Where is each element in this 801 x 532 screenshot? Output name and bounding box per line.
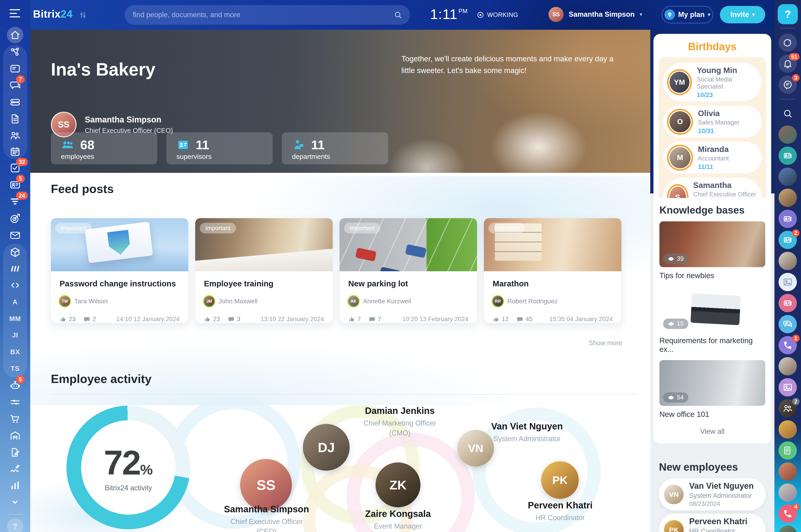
current-user-menu[interactable]: SS Samantha Simpson ▾ bbox=[548, 7, 642, 22]
birthday-item[interactable]: MMirandaAccountant11/11 bbox=[663, 142, 762, 173]
sidebar-item-sales-funnel[interactable]: 24 bbox=[7, 193, 23, 210]
knowledge-base-item[interactable]: 54New office 101 bbox=[659, 360, 765, 419]
comments-count[interactable]: 3 bbox=[228, 316, 240, 323]
call-chat[interactable]: 4 bbox=[779, 505, 797, 523]
chat-avatar[interactable] bbox=[779, 126, 797, 144]
stat-employees[interactable]: 68 employees bbox=[51, 132, 157, 164]
notifications-button[interactable]: 51 bbox=[779, 55, 797, 73]
avatar[interactable]: SS bbox=[240, 459, 292, 511]
likes-count[interactable]: 7 bbox=[348, 316, 361, 323]
sidebar-item-collapse-menu[interactable] bbox=[7, 494, 23, 510]
sidebar-item-e-signature[interactable] bbox=[7, 461, 23, 477]
feed-post-author[interactable]: Robert Rodriguez bbox=[507, 298, 558, 305]
search-icon[interactable] bbox=[394, 11, 402, 19]
feed-post-author[interactable]: John Maxwell bbox=[219, 298, 257, 305]
sidebar-item-webmail[interactable] bbox=[7, 227, 23, 244]
feed-post-author[interactable]: Annette Kurzweil bbox=[363, 298, 411, 305]
group-chat[interactable] bbox=[779, 315, 797, 333]
chat-avatar[interactable] bbox=[779, 189, 797, 207]
chat-avatar[interactable] bbox=[779, 420, 797, 439]
sidebar-item-warehouse[interactable] bbox=[7, 428, 23, 444]
comments-count[interactable]: 7 bbox=[369, 316, 381, 323]
avatar[interactable]: ZK bbox=[376, 462, 420, 507]
chat-history-button[interactable]: 3 bbox=[779, 76, 797, 94]
contact-card-chat[interactable] bbox=[779, 210, 797, 228]
show-more-link[interactable]: Show more bbox=[588, 339, 622, 347]
sidebar-item-calendar[interactable] bbox=[7, 143, 23, 160]
copilot-button[interactable] bbox=[779, 34, 797, 52]
feed-post-card[interactable]: ImportantPassword change instructionsTWT… bbox=[51, 218, 188, 323]
feed-post-card[interactable]: ImportantEmployee trainingJMJohn Maxwell… bbox=[195, 218, 333, 323]
activity-person[interactable]: Zaire Kongsala Event Manager bbox=[341, 509, 455, 531]
comments-count[interactable]: 45 bbox=[516, 316, 532, 323]
sidebar-item-marketing[interactable] bbox=[7, 210, 23, 227]
new-employee-item[interactable]: PKPerveen KhatriHR Coordinator07/09/2024 bbox=[659, 514, 766, 532]
tune-icon[interactable] bbox=[79, 11, 87, 19]
contact-card-chat[interactable] bbox=[779, 147, 797, 165]
document-chat[interactable] bbox=[779, 441, 797, 460]
invite-button[interactable]: Invite▾ bbox=[720, 6, 765, 23]
knowledge-base-item[interactable]: 15Requirements for marketing ex... bbox=[659, 286, 765, 354]
my-plan-button[interactable]: My plan▾ bbox=[662, 6, 713, 23]
sidebar-item-drive[interactable] bbox=[7, 94, 23, 110]
clock[interactable]: 1:11PM bbox=[430, 6, 468, 22]
chat-avatar[interactable] bbox=[779, 462, 797, 481]
activity-person[interactable]: Samantha Simpson Chief Executive Officer… bbox=[209, 504, 324, 532]
birthday-item[interactable]: OOliviaSales Manager10/31 bbox=[663, 106, 762, 137]
new-employee-item[interactable]: VNVan Viet NguyenSystem Administrator08/… bbox=[659, 478, 766, 511]
sidebar-item-contracts[interactable] bbox=[7, 444, 23, 460]
sidebar-item-ai-assistant[interactable]: 5 bbox=[7, 377, 23, 394]
call-chat[interactable]: 1 bbox=[779, 336, 797, 354]
sidebar-item-app-m[interactable] bbox=[7, 261, 23, 277]
search-input[interactable] bbox=[132, 11, 394, 19]
contact-card-chat[interactable] bbox=[779, 294, 797, 312]
group-chat-avatar[interactable]: 2 bbox=[779, 399, 797, 418]
working-status[interactable]: WORKING bbox=[477, 11, 518, 19]
activity-person[interactable]: Van Viet Nguyen System Administrator bbox=[470, 421, 584, 444]
menu-hamburger-icon[interactable] bbox=[10, 9, 20, 17]
search-button[interactable] bbox=[779, 104, 797, 123]
stat-supervisors[interactable]: 11 supervisors bbox=[166, 132, 273, 164]
activity-person[interactable]: Damian Jenkins Chief Marketing Officer (… bbox=[343, 406, 457, 438]
sidebar-item-intranet[interactable] bbox=[7, 44, 23, 60]
sidebar-item-developer[interactable] bbox=[7, 277, 23, 293]
helpdesk-button[interactable]: ? bbox=[778, 4, 798, 24]
knowledge-base-item[interactable]: 39Tips for newbies bbox=[659, 221, 765, 280]
feed-post-card[interactable]: ImportantNew parking lotAKAnnette Kurzwe… bbox=[340, 218, 477, 323]
chat-avatar[interactable] bbox=[779, 526, 797, 532]
sidebar-item-newsfeed[interactable] bbox=[7, 60, 23, 77]
avatar[interactable]: PK bbox=[541, 461, 579, 499]
chat-avatar[interactable] bbox=[779, 483, 797, 502]
sidebar-item-online-store[interactable] bbox=[7, 411, 23, 427]
activity-person[interactable]: Perveen Khatri HR Coordinator bbox=[503, 500, 618, 522]
stat-departments[interactable]: 11 departments bbox=[282, 132, 388, 164]
illustration-chat[interactable] bbox=[779, 378, 797, 397]
birthday-item[interactable]: YMYoung MinSocial Media Specialist10/23 bbox=[663, 63, 762, 102]
sidebar-item-employees[interactable] bbox=[7, 127, 23, 144]
likes-count[interactable]: 12 bbox=[493, 316, 509, 323]
sidebar-item-home[interactable] bbox=[7, 27, 23, 43]
contact-card-chat[interactable]: 2 bbox=[779, 231, 797, 249]
sidebar-item-crm[interactable]: 5 bbox=[7, 176, 23, 193]
feed-post-card[interactable]: ImportantMarathonRRRobert Rodriguez12451… bbox=[484, 218, 621, 323]
view-all-link[interactable]: View all bbox=[659, 425, 765, 439]
chat-avatar[interactable] bbox=[779, 168, 797, 186]
sidebar-item-workgroup-ji[interactable]: JI bbox=[7, 327, 23, 343]
sidebar-item-documents[interactable] bbox=[7, 111, 23, 127]
sidebar-item-workgroup-bx[interactable]: BX bbox=[7, 344, 23, 360]
sidebar-item-analytics[interactable] bbox=[7, 477, 23, 494]
sidebar-item-workgroup-mm[interactable]: MM bbox=[7, 310, 23, 327]
bitrix24-logo[interactable]: Bitrix24 bbox=[33, 8, 73, 20]
chat-avatar[interactable] bbox=[779, 252, 797, 270]
sidebar-item-market[interactable] bbox=[7, 244, 23, 261]
sidebar-item-workgroup-ts[interactable]: TS bbox=[7, 360, 23, 377]
comments-count[interactable]: 2 bbox=[84, 316, 96, 323]
sidebar-item-settings[interactable] bbox=[7, 394, 23, 411]
chat-avatar[interactable] bbox=[779, 357, 797, 376]
sidebar-item-messenger[interactable]: 7 bbox=[7, 77, 23, 94]
feed-post-author[interactable]: Tara Wilson bbox=[74, 298, 108, 305]
likes-count[interactable]: 23 bbox=[204, 316, 220, 323]
sidebar-item-tasks[interactable]: 32 bbox=[7, 160, 23, 176]
sidebar-item-workgroup-a[interactable]: A bbox=[7, 294, 23, 310]
illustration-chat[interactable] bbox=[779, 273, 797, 291]
